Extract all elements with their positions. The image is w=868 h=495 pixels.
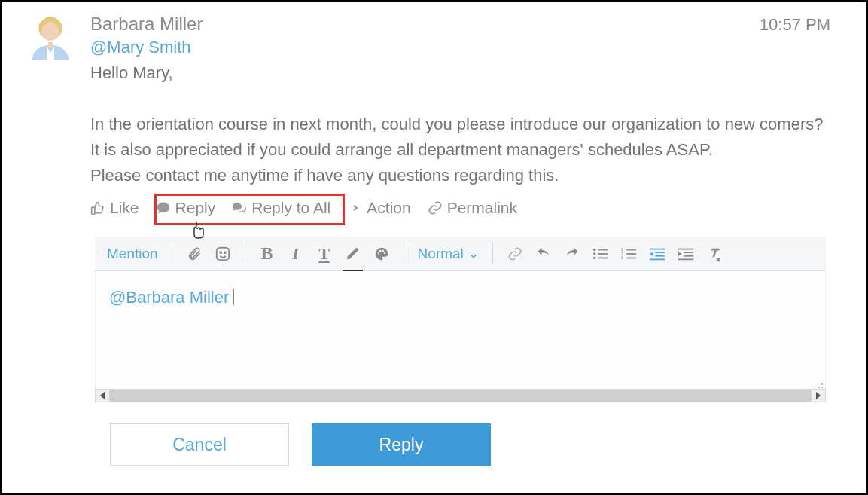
permalink-label: Permalink bbox=[447, 199, 517, 217]
bold-icon: B bbox=[261, 243, 273, 264]
italic-button[interactable]: I bbox=[283, 241, 309, 267]
svg-rect-19 bbox=[626, 253, 636, 255]
ordered-list-button[interactable]: 1 2 3 bbox=[617, 241, 642, 267]
horizontal-scrollbar[interactable] bbox=[95, 389, 826, 402]
mention-button[interactable]: Mention bbox=[102, 246, 163, 262]
svg-point-10 bbox=[382, 250, 383, 252]
svg-rect-26 bbox=[655, 255, 665, 257]
body-line-3: Please contact me anytime if have any qu… bbox=[90, 163, 830, 188]
italic-icon: I bbox=[292, 244, 299, 264]
clear-format-icon bbox=[707, 246, 723, 262]
timestamp: 10:57 PM bbox=[760, 15, 830, 35]
highlight-color-button[interactable] bbox=[340, 241, 366, 267]
editor-mention[interactable]: @Barbara Miller bbox=[109, 288, 229, 307]
undo-icon bbox=[535, 246, 552, 261]
action-label: Action bbox=[367, 199, 410, 217]
svg-point-33 bbox=[821, 387, 823, 388]
svg-rect-25 bbox=[655, 252, 665, 253]
bold-button[interactable]: B bbox=[254, 241, 280, 267]
text-color-button[interactable] bbox=[369, 241, 394, 267]
svg-point-7 bbox=[224, 252, 225, 253]
svg-point-9 bbox=[379, 250, 381, 252]
underline-button[interactable]: T bbox=[312, 241, 337, 267]
body-line-1: In the orientation course in next month,… bbox=[90, 112, 830, 137]
reply-all-button[interactable]: Reply to All bbox=[232, 199, 330, 217]
svg-point-34 bbox=[818, 387, 820, 388]
link-icon bbox=[428, 200, 443, 215]
avatar bbox=[27, 14, 74, 60]
body-line-2: It is also appreciated if you could arra… bbox=[90, 137, 830, 163]
chevron-down-icon bbox=[468, 249, 479, 259]
thumbs-up-icon bbox=[90, 200, 105, 215]
svg-point-11 bbox=[384, 252, 385, 254]
resize-handle[interactable] bbox=[95, 380, 826, 389]
undo-button[interactable] bbox=[531, 241, 556, 267]
reply-submit-button[interactable]: Reply bbox=[312, 423, 491, 466]
attach-button[interactable] bbox=[181, 241, 207, 267]
reply-button[interactable]: Reply bbox=[156, 199, 216, 217]
greeting-line: Hello Mary, bbox=[90, 60, 830, 86]
svg-point-14 bbox=[593, 252, 596, 255]
speech-bubbles-icon bbox=[232, 200, 247, 215]
svg-rect-17 bbox=[598, 257, 608, 258]
action-menu-button[interactable]: Action bbox=[347, 199, 410, 217]
svg-rect-27 bbox=[650, 258, 665, 260]
svg-point-12 bbox=[593, 249, 596, 252]
svg-text:3: 3 bbox=[621, 255, 623, 260]
like-label: Like bbox=[110, 199, 139, 217]
text-caret bbox=[233, 289, 234, 305]
svg-point-8 bbox=[377, 252, 379, 254]
scroll-right-button[interactable] bbox=[812, 390, 825, 402]
svg-point-16 bbox=[593, 257, 596, 260]
clear-formatting-button[interactable] bbox=[702, 241, 728, 267]
redo-icon bbox=[564, 246, 580, 261]
numbered-list-icon: 1 2 3 bbox=[621, 246, 638, 261]
svg-point-32 bbox=[821, 383, 823, 385]
bullet-list-icon bbox=[592, 246, 609, 261]
mention-link[interactable]: @Mary Smith bbox=[90, 38, 830, 57]
cancel-button[interactable]: Cancel bbox=[110, 423, 289, 466]
scroll-track[interactable] bbox=[109, 390, 812, 402]
emoji-button[interactable] bbox=[210, 241, 236, 267]
svg-rect-4 bbox=[92, 208, 95, 215]
reply-textarea[interactable]: @Barbara Miller bbox=[95, 271, 826, 380]
like-button[interactable]: Like bbox=[90, 199, 139, 217]
smile-icon bbox=[215, 246, 231, 262]
svg-rect-28 bbox=[678, 249, 693, 250]
indent-button[interactable] bbox=[674, 241, 699, 267]
svg-rect-13 bbox=[598, 249, 608, 250]
post-message: Hello Mary, In the orientation course in… bbox=[90, 60, 830, 188]
outdent-button[interactable] bbox=[645, 241, 671, 267]
editor-toolbar: Mention bbox=[95, 237, 826, 271]
reply-label: Reply bbox=[175, 199, 216, 217]
unordered-list-button[interactable] bbox=[588, 241, 614, 267]
underline-icon: T bbox=[318, 244, 330, 264]
author-name: Barbara Miller bbox=[90, 14, 203, 35]
link-icon bbox=[507, 246, 523, 261]
permalink-button[interactable]: Permalink bbox=[428, 199, 517, 217]
indent-icon bbox=[678, 246, 695, 261]
paragraph-style-dropdown[interactable]: Normal bbox=[413, 246, 483, 262]
paragraph-style-label: Normal bbox=[418, 246, 464, 262]
arrow-right-icon bbox=[347, 200, 362, 215]
scroll-left-button[interactable] bbox=[96, 390, 109, 402]
insert-link-button[interactable] bbox=[502, 241, 528, 267]
svg-rect-24 bbox=[650, 249, 665, 250]
paperclip-icon bbox=[187, 246, 202, 262]
svg-point-6 bbox=[220, 252, 221, 253]
svg-rect-15 bbox=[598, 253, 608, 255]
pencil-icon bbox=[346, 246, 361, 261]
svg-rect-31 bbox=[678, 258, 693, 260]
svg-rect-30 bbox=[684, 255, 693, 257]
palette-icon bbox=[373, 246, 390, 262]
svg-rect-3 bbox=[48, 42, 53, 48]
svg-rect-20 bbox=[626, 257, 636, 258]
outdent-icon bbox=[650, 246, 666, 261]
svg-rect-5 bbox=[216, 248, 229, 261]
svg-rect-29 bbox=[684, 252, 693, 253]
svg-rect-18 bbox=[626, 249, 636, 250]
speech-bubble-icon bbox=[156, 200, 171, 215]
redo-button[interactable] bbox=[559, 241, 585, 267]
reply-all-label: Reply to All bbox=[251, 199, 330, 217]
